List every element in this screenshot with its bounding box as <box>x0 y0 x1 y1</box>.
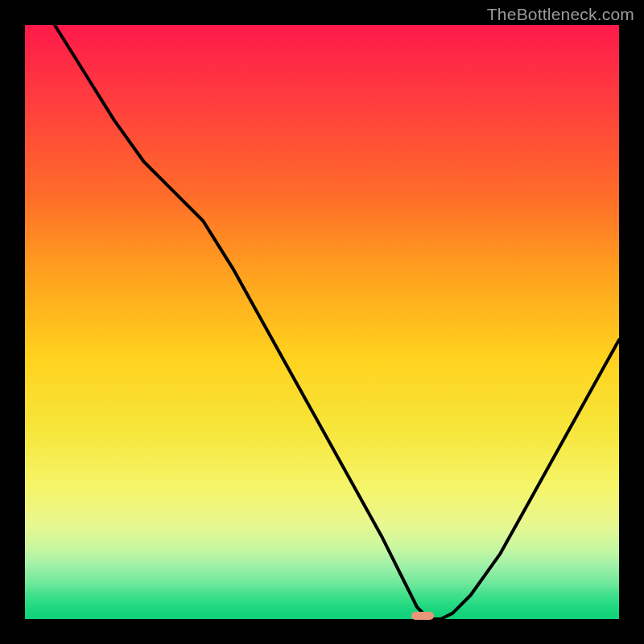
watermark-text: TheBottleneck.com <box>487 5 634 24</box>
curve-svg <box>25 25 619 619</box>
chart-container: TheBottleneck.com <box>0 0 644 644</box>
optimal-marker <box>411 612 434 620</box>
bottleneck-curve-path <box>55 25 619 619</box>
plot-area <box>25 25 619 619</box>
